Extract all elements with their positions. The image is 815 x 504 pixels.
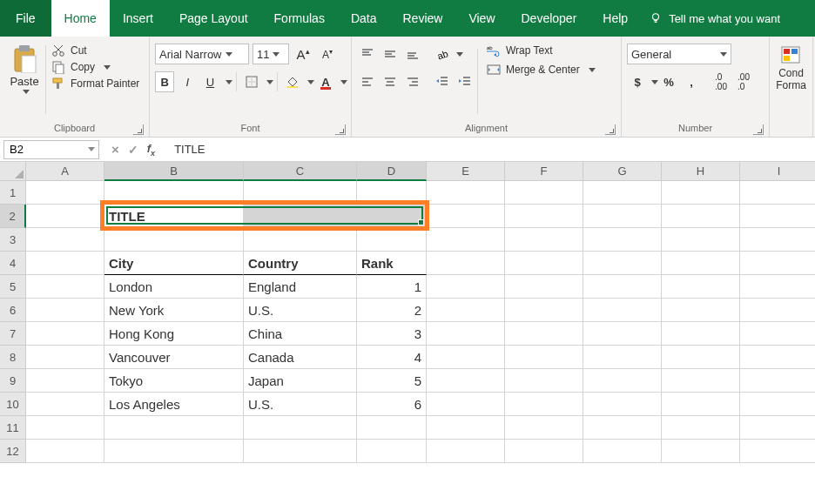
cell-I3[interactable]: [740, 228, 815, 252]
row-header-4[interactable]: 4: [0, 252, 26, 275]
align-left-button[interactable]: [357, 71, 378, 92]
cell-C11[interactable]: [244, 416, 357, 440]
cell-F7[interactable]: [505, 322, 583, 346]
cell-G12[interactable]: [583, 440, 662, 463]
cell-A1[interactable]: [26, 181, 104, 205]
increase-decimal-button[interactable]: .0.00: [711, 71, 731, 92]
decrease-font-button[interactable]: A▾: [317, 44, 338, 64]
font-name-combo[interactable]: Arial Narrow: [155, 44, 249, 64]
cell-A10[interactable]: [26, 393, 104, 416]
italic-button[interactable]: I: [178, 71, 197, 92]
cell-I2[interactable]: [740, 205, 815, 228]
cell-C10[interactable]: U.S.: [244, 393, 357, 416]
comma-format-button[interactable]: ,: [681, 71, 702, 92]
conditional-formatting-button[interactable]: Cond Forma: [776, 45, 806, 91]
cell-B6[interactable]: New York: [104, 299, 244, 322]
cell-G1[interactable]: [583, 181, 662, 205]
cell-C12[interactable]: [244, 440, 357, 463]
cell-A5[interactable]: [26, 275, 104, 299]
col-header-G[interactable]: G: [583, 162, 662, 181]
cell-E11[interactable]: [427, 416, 505, 440]
cell-D2[interactable]: [357, 205, 427, 228]
cell-I4[interactable]: [740, 252, 815, 275]
cell-B7[interactable]: Hong Kong: [104, 322, 244, 346]
underline-dropdown[interactable]: [224, 80, 231, 84]
cell-G9[interactable]: [583, 369, 662, 393]
tab-file[interactable]: File: [0, 0, 51, 37]
tab-formulas[interactable]: Formulas: [261, 0, 338, 37]
cut-button[interactable]: Cut: [51, 44, 139, 57]
cell-A3[interactable]: [26, 228, 104, 252]
cell-G7[interactable]: [583, 322, 662, 346]
cell-H1[interactable]: [662, 181, 740, 205]
cell-I12[interactable]: [740, 440, 815, 463]
row-header-6[interactable]: 6: [0, 299, 26, 322]
enter-formula-button[interactable]: ✓: [128, 143, 138, 157]
cell-F5[interactable]: [505, 275, 583, 299]
row-header-2[interactable]: 2: [0, 205, 26, 228]
decrease-indent-button[interactable]: [432, 71, 453, 92]
cell-A2[interactable]: [26, 205, 104, 228]
col-header-A[interactable]: A: [26, 162, 104, 181]
cell-A7[interactable]: [26, 322, 104, 346]
align-right-button[interactable]: [402, 71, 423, 92]
cell-I1[interactable]: [740, 181, 815, 205]
cell-G10[interactable]: [583, 393, 662, 416]
align-bottom-button[interactable]: [402, 44, 423, 64]
cell-H12[interactable]: [662, 440, 740, 463]
increase-font-button[interactable]: A▴: [293, 44, 313, 64]
copy-button[interactable]: Copy: [51, 60, 139, 74]
format-painter-button[interactable]: Format Painter: [51, 77, 139, 91]
font-color-dropdown[interactable]: [339, 80, 346, 84]
cell-E5[interactable]: [427, 275, 505, 299]
tell-me-search[interactable]: Tell me what you want: [641, 0, 789, 37]
cell-A12[interactable]: [26, 440, 104, 463]
cell-D6[interactable]: 2: [357, 299, 427, 322]
percent-format-button[interactable]: %: [658, 71, 679, 92]
col-header-I[interactable]: I: [740, 162, 815, 181]
increase-indent-button[interactable]: [455, 71, 475, 92]
cell-I10[interactable]: [740, 393, 815, 416]
row-header-9[interactable]: 9: [0, 369, 26, 393]
name-box[interactable]: [3, 140, 99, 159]
cell-E3[interactable]: [427, 228, 505, 252]
cell-D9[interactable]: 5: [357, 369, 427, 393]
font-launcher[interactable]: [335, 124, 346, 135]
cell-E1[interactable]: [427, 181, 505, 205]
col-header-E[interactable]: E: [427, 162, 505, 181]
cell-F9[interactable]: [505, 369, 583, 393]
cell-F8[interactable]: [505, 346, 583, 369]
name-box-input[interactable]: [4, 143, 74, 156]
cell-B1[interactable]: [104, 181, 244, 205]
cell-G8[interactable]: [583, 346, 662, 369]
cell-E7[interactable]: [427, 322, 505, 346]
cell-C1[interactable]: [244, 181, 357, 205]
row-header-7[interactable]: 7: [0, 322, 26, 346]
cell-H4[interactable]: [662, 252, 740, 275]
align-middle-button[interactable]: [380, 44, 401, 64]
cell-F3[interactable]: [505, 228, 583, 252]
cell-A11[interactable]: [26, 416, 104, 440]
cell-B10[interactable]: Los Angeles: [104, 393, 244, 416]
cell-I11[interactable]: [740, 416, 815, 440]
cell-D10[interactable]: 6: [357, 393, 427, 416]
number-launcher[interactable]: [753, 124, 764, 135]
tab-developer[interactable]: Developer: [509, 0, 590, 37]
cell-F4[interactable]: [505, 252, 583, 275]
accounting-dropdown[interactable]: [650, 80, 657, 84]
cell-A4[interactable]: [26, 252, 104, 275]
cell-F10[interactable]: [505, 393, 583, 416]
cell-A9[interactable]: [26, 369, 104, 393]
cell-B12[interactable]: [104, 440, 244, 463]
cell-H2[interactable]: [662, 205, 740, 228]
align-top-button[interactable]: [357, 44, 378, 64]
cell-H11[interactable]: [662, 416, 740, 440]
cell-I5[interactable]: [740, 275, 815, 299]
decrease-decimal-button[interactable]: .00.0: [733, 71, 754, 92]
fill-color-dropdown[interactable]: [306, 80, 313, 84]
tab-insert[interactable]: Insert: [110, 0, 166, 37]
cell-H3[interactable]: [662, 228, 740, 252]
cell-B5[interactable]: London: [104, 275, 244, 299]
orientation-button[interactable]: ab: [432, 44, 453, 64]
cell-G3[interactable]: [583, 228, 662, 252]
